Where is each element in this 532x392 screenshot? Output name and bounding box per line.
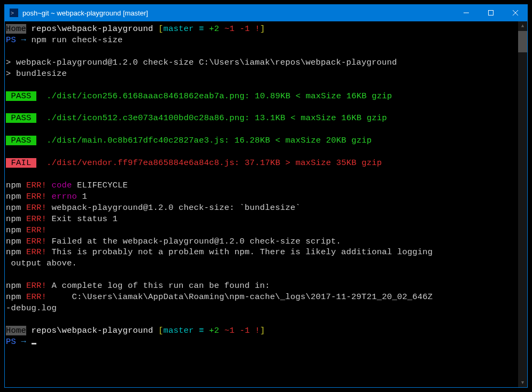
window-controls xyxy=(454,4,528,21)
npm-script-header: > webpack-playground@1.2.0 check-size C:… xyxy=(6,58,397,67)
prompt-arrow-icon: → xyxy=(21,337,32,347)
svg-text:>: > xyxy=(11,10,14,16)
scrollbar[interactable]: ▲ ▼ xyxy=(518,21,527,387)
result-line: ./dist/vendor.ff9f7ea865884e6a84c8.js: 3… xyxy=(47,158,382,168)
git-modified: ~1 xyxy=(219,24,235,34)
result-line: ./dist/icon512.c3e073a4100bd0c28a86.png:… xyxy=(47,113,387,123)
status-badge-pass: PASS xyxy=(6,136,36,145)
close-button[interactable] xyxy=(503,4,528,21)
maximize-button[interactable] xyxy=(479,4,503,21)
scroll-down-icon[interactable]: ▼ xyxy=(518,378,527,387)
terminal-content[interactable]: Home repos\webpack-playground [master ≡ … xyxy=(5,21,527,350)
result-line: ./dist/main.0c8b617dfc40c2827ae3.js: 16.… xyxy=(47,136,372,145)
prompt-path: repos\webpack-playground xyxy=(26,326,158,335)
prompt-path: repos\webpack-playground xyxy=(26,24,158,34)
cursor xyxy=(32,343,36,344)
titlebar[interactable]: > posh~git ~ webpack-playground [master] xyxy=(4,4,528,21)
git-branch: master xyxy=(164,24,194,34)
scrollbar-thumb[interactable] xyxy=(518,31,527,52)
command-input: npm run check-size xyxy=(26,35,123,45)
window-title: posh~git ~ webpack-playground [master] xyxy=(22,9,454,17)
result-line: ./dist/icon256.6168aaac8461862eab7a.png:… xyxy=(47,91,392,101)
status-badge-fail: FAIL xyxy=(6,158,36,168)
scroll-up-icon[interactable]: ▲ xyxy=(518,21,527,30)
prompt-home: Home xyxy=(6,326,26,335)
ps-label: PS xyxy=(6,337,21,347)
git-ahead: +2 xyxy=(209,24,219,34)
npm-err-label: ERR! xyxy=(21,181,47,190)
prompt-home: Home xyxy=(6,24,26,34)
prompt-arrow-icon: → xyxy=(21,35,27,45)
git-deleted: -1 xyxy=(235,24,250,34)
minimize-button[interactable] xyxy=(454,4,479,21)
status-badge-pass: PASS xyxy=(6,113,36,123)
svg-rect-3 xyxy=(489,11,494,15)
ps-label: PS xyxy=(6,35,21,45)
git-branch: master xyxy=(164,326,194,335)
app-icon: > xyxy=(10,9,18,17)
status-badge-pass: PASS xyxy=(6,91,36,101)
terminal-viewport[interactable]: Home repos\webpack-playground [master ≡ … xyxy=(5,21,527,387)
terminal-window: > posh~git ~ webpack-playground [master]… xyxy=(4,4,528,388)
